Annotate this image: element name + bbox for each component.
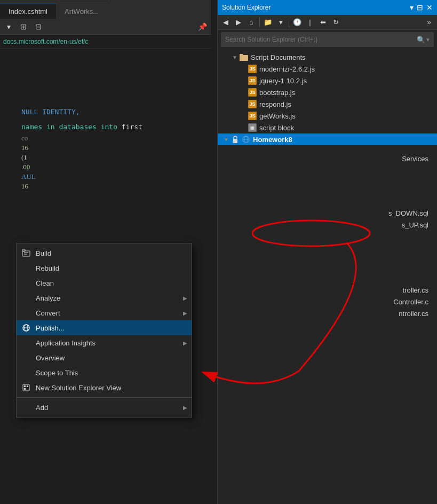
code-line-names: names in databases into first xyxy=(0,121,211,132)
new-view-icon xyxy=(21,382,31,393)
partial-controller2: Controller.c xyxy=(393,298,437,306)
code-fill6: 16 xyxy=(0,182,211,191)
ctx-new-explorer-view[interactable]: New Solution Explorer View xyxy=(17,380,192,395)
ctx-analyze-label: Analyze xyxy=(36,294,60,302)
ctx-convert-label: Convert xyxy=(36,309,60,317)
tree-item-script-block[interactable]: ▦ script block xyxy=(218,122,437,133)
code-line xyxy=(0,53,211,64)
tree-item-sql-down[interactable]: s_DOWN.sql xyxy=(218,207,437,219)
tree-item-respond[interactable]: JS respond.js xyxy=(218,98,437,110)
se-dropdown2-btn[interactable]: ▾ xyxy=(275,17,287,28)
tree-item-getworks[interactable]: JS getWorks.js xyxy=(218,110,437,122)
search-icon: 🔍 xyxy=(417,36,425,44)
ctx-separator xyxy=(17,397,192,398)
address-bar: docs.microsoft.com/en-us/ef/c xyxy=(0,35,211,49)
tree-item-jquery[interactable]: JS jquery-1.10.2.js xyxy=(218,75,437,86)
tree-gap2 xyxy=(218,231,437,284)
sep1 xyxy=(259,18,260,27)
tree-item-script-documents[interactable]: ▼ Script Documents xyxy=(218,51,437,63)
tab-artworks[interactable]: ArtWorks... xyxy=(56,4,107,19)
ctx-clean[interactable]: Clean xyxy=(17,275,192,290)
se-nav1-btn[interactable]: ⬅ xyxy=(317,17,329,28)
script-icon: ▦ xyxy=(248,123,257,132)
tree-label-jquery: jquery-1.10.2.js xyxy=(259,77,307,85)
code-fill4: .00 xyxy=(0,163,211,171)
se-search-bar[interactable]: 🔍 ▾ xyxy=(221,32,434,47)
se-folder-btn[interactable]: 📁 xyxy=(262,17,274,28)
lock-icon xyxy=(231,135,240,144)
se-refresh-btn[interactable]: ↻ xyxy=(330,17,341,28)
layout-btn[interactable]: ⊟ xyxy=(32,20,45,33)
tree-item-controller2[interactable]: Controller.c xyxy=(218,296,437,308)
tab-index-cshtml[interactable]: Index.cshtml xyxy=(0,4,56,19)
ctx-app-insights[interactable]: Application Insights ▶ xyxy=(17,335,192,350)
folder-icon xyxy=(239,52,249,62)
ctx-build[interactable]: Build xyxy=(17,246,192,261)
tree-item-services[interactable]: Services xyxy=(218,153,437,164)
ctx-clean-label: Clean xyxy=(36,279,54,287)
search-dropdown-btn[interactable]: ▾ xyxy=(426,36,430,43)
tab-bar: Index.cshtml ArtWorks... xyxy=(0,0,211,19)
ctx-scope-label: Scope to This xyxy=(36,369,78,377)
js-icon-respond: JS xyxy=(248,99,257,109)
ctx-scope-to-this[interactable]: Scope to This xyxy=(17,365,192,380)
js-icon-getworks: JS xyxy=(248,111,257,121)
se-clock-btn[interactable]: 🕐 xyxy=(291,17,303,28)
se-dropdown-btn[interactable]: ▾ xyxy=(410,4,414,11)
tree-item-controller3[interactable]: ntroller.cs xyxy=(218,308,437,319)
ctx-overview-label: Overview xyxy=(36,354,65,362)
ctx-analyze[interactable]: Analyze ▶ xyxy=(17,290,192,305)
ctx-convert[interactable]: Convert ▶ xyxy=(17,305,192,320)
ctx-new-view-label: New Solution Explorer View xyxy=(36,384,121,392)
tree-item-homework8[interactable]: ▼ Homework8 xyxy=(218,133,437,145)
se-file-tree: ▼ Script Documents JS modernizr-2.6.2.js xyxy=(218,49,437,504)
address-text: docs.microsoft.com/en-us/ef/c xyxy=(3,38,88,45)
partial-sql-down: s_DOWN.sql xyxy=(388,209,437,217)
tree-collapse-arrow[interactable]: ▼ xyxy=(231,54,239,60)
tree-gap xyxy=(218,164,437,207)
svg-rect-16 xyxy=(24,388,26,390)
se-overflow-btn[interactable]: » xyxy=(423,17,435,28)
tree-item-controller1[interactable]: troller.cs xyxy=(218,284,437,296)
tree-label-script-documents: Script Documents xyxy=(251,53,306,61)
se-search-input[interactable] xyxy=(225,36,417,43)
js-icon-modernizr: JS xyxy=(248,64,257,74)
se-forward-btn[interactable]: ▶ xyxy=(233,17,244,28)
editor-toolbar: ▾ ⊞ ⊟ 📌 xyxy=(0,19,211,35)
sep2 xyxy=(289,18,289,27)
insights-submenu-arrow: ▶ xyxy=(183,340,187,346)
tree-label-bootstrap: bootstrap.js xyxy=(259,89,295,97)
se-title: Solution Explorer xyxy=(222,4,410,11)
js-icon-bootstrap: JS xyxy=(248,88,257,97)
se-pin-btn[interactable]: ⊟ xyxy=(417,4,423,11)
se-sep-btn[interactable]: | xyxy=(304,17,316,28)
ctx-overview[interactable]: Overview xyxy=(17,350,192,365)
code-fill2: 16 xyxy=(0,144,211,152)
code-fill: co xyxy=(0,134,211,143)
grid-btn[interactable]: ⊞ xyxy=(17,20,30,33)
context-menu: Build Rebuild Clean Analyze ▶ Convert ▶ … xyxy=(16,243,192,418)
se-back-btn[interactable]: ◀ xyxy=(220,17,232,28)
ctx-add-label: Add xyxy=(36,404,48,412)
ctx-rebuild[interactable]: Rebuild xyxy=(17,261,192,275)
ctx-add[interactable]: Add ▶ xyxy=(17,400,192,415)
pin-btn[interactable]: 📌 xyxy=(196,20,209,33)
solution-explorer: Solution Explorer ▾ ⊟ ✕ ◀ ▶ ⌂ 📁 ▾ 🕐 | ⬅ … xyxy=(217,0,437,504)
ctx-rebuild-label: Rebuild xyxy=(36,264,59,272)
js-icon-jquery: JS xyxy=(248,76,257,85)
se-titlebar-buttons: ▾ ⊟ ✕ xyxy=(410,4,433,11)
tree-label-modernizr: modernizr-2.6.2.js xyxy=(259,65,315,73)
tree-item-bootstrap[interactable]: JS bootstrap.js xyxy=(218,86,437,98)
svg-rect-2 xyxy=(233,139,237,143)
publish-icon xyxy=(21,322,31,333)
se-home-btn[interactable]: ⌂ xyxy=(245,17,257,28)
se-titlebar: Solution Explorer ▾ ⊟ ✕ xyxy=(218,0,437,15)
tree-item-modernizr[interactable]: JS modernizr-2.6.2.js xyxy=(218,63,437,75)
tree-label-script-block: script block xyxy=(259,124,294,132)
tree-label-getworks: getWorks.js xyxy=(259,112,296,120)
ctx-publish[interactable]: Publish... xyxy=(17,320,192,335)
se-close-btn[interactable]: ✕ xyxy=(426,4,433,11)
partial-controller3: ntroller.cs xyxy=(399,310,437,318)
dropdown-btn[interactable]: ▾ xyxy=(2,20,15,33)
tree-item-sql-up[interactable]: s_UP.sql xyxy=(218,219,437,231)
